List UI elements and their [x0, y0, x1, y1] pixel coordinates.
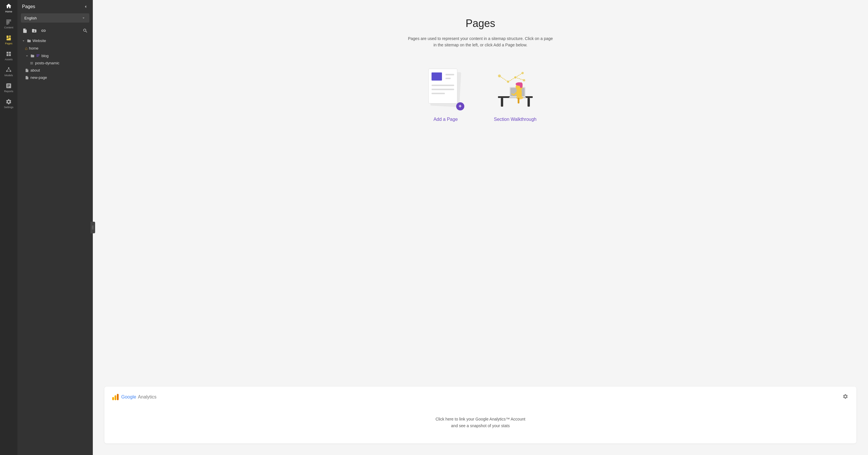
- new-page-button[interactable]: [21, 27, 29, 35]
- ga-logo-icon: [111, 393, 120, 401]
- analytics-body: Click here to link your Google Analytics…: [111, 410, 849, 437]
- svg-point-12: [92, 227, 93, 228]
- page-doc: +: [428, 69, 463, 109]
- doc-line: [445, 74, 454, 75]
- doc-line: [432, 89, 454, 90]
- folder-icon: [27, 39, 31, 43]
- add-page-label: Add a Page: [434, 117, 458, 122]
- tree-item-label: new-page: [30, 75, 47, 80]
- doc-line: [445, 78, 451, 79]
- chevron-down-icon: [81, 15, 86, 20]
- collapse-handle[interactable]: [91, 222, 95, 233]
- page-icon: [25, 68, 29, 72]
- sidebar-item-reports[interactable]: Reports: [0, 80, 18, 96]
- doc-line: [432, 85, 454, 86]
- folder-icon: [30, 54, 34, 58]
- pages-description: Pages are used to represent your content…: [408, 35, 553, 48]
- svg-rect-23: [518, 98, 519, 103]
- sidebar-item-models[interactable]: Models: [0, 64, 18, 80]
- page-title: Pages: [465, 18, 495, 30]
- svg-line-33: [515, 77, 524, 80]
- svg-line-30: [499, 76, 508, 82]
- list-icon: [30, 61, 34, 65]
- sidebar-item-assets[interactable]: Assets: [0, 48, 18, 64]
- tree-item-home[interactable]: ⌂ home: [20, 44, 91, 52]
- svg-point-13: [93, 227, 93, 228]
- tree-item-posts-dynamic[interactable]: posts-dynamic: [20, 59, 91, 67]
- add-page-card[interactable]: + Add a Page: [423, 66, 469, 122]
- tree-item-about[interactable]: about: [20, 67, 91, 74]
- svg-line-32: [515, 73, 523, 77]
- add-plus-icon: +: [456, 102, 464, 110]
- sidebar-item-settings[interactable]: Settings: [0, 96, 18, 111]
- new-folder-icon: [32, 28, 37, 33]
- svg-point-15: [93, 229, 93, 229]
- analytics-settings-button[interactable]: [841, 392, 849, 401]
- google-text: Google: [121, 394, 136, 400]
- svg-rect-0: [7, 36, 8, 38]
- sidebar-item-home[interactable]: Home: [0, 0, 18, 16]
- walkthrough-illustration: [492, 66, 538, 112]
- language-label: English: [24, 16, 37, 20]
- svg-point-27: [520, 82, 523, 88]
- link-icon: [41, 28, 46, 33]
- analytics-section[interactable]: Google Analytics Click here to link your…: [104, 387, 857, 444]
- doc-line: [432, 93, 445, 94]
- sidebar-toolbar: [18, 26, 93, 37]
- home-icon: [5, 3, 12, 9]
- svg-line-8: [9, 69, 10, 70]
- new-folder-button[interactable]: [30, 27, 38, 35]
- tree-item-label: blog: [41, 54, 49, 58]
- svg-rect-17: [501, 98, 503, 107]
- content-icon: [5, 19, 12, 25]
- language-dropdown[interactable]: English: [21, 13, 89, 23]
- tree-item-label: about: [30, 68, 40, 72]
- svg-point-10: [92, 226, 93, 226]
- collapse-icon[interactable]: [83, 4, 88, 9]
- svg-rect-18: [528, 98, 530, 107]
- models-icon: [5, 67, 12, 73]
- page-doc-front: [428, 69, 457, 103]
- section-walkthrough-card[interactable]: Section Walkthrough: [492, 66, 538, 122]
- tree-item-label: home: [29, 46, 38, 51]
- panel-sidebar: Pages English: [18, 0, 93, 455]
- svg-rect-1: [9, 36, 11, 37]
- settings-icon: [5, 99, 12, 105]
- svg-rect-24: [517, 90, 522, 97]
- analytics-line1: Click here to link your Google Analytics…: [111, 416, 849, 422]
- analytics-text: Analytics: [138, 394, 157, 400]
- svg-point-11: [93, 226, 93, 226]
- assets-icon: [5, 51, 12, 57]
- sidebar-item-pages[interactable]: Pages: [0, 32, 18, 48]
- svg-rect-41: [117, 394, 119, 400]
- svg-point-14: [92, 229, 93, 229]
- sidebar-item-content[interactable]: Content: [0, 16, 18, 32]
- expand-icon: [25, 54, 29, 58]
- svg-point-38: [523, 79, 525, 82]
- svg-point-34: [498, 74, 501, 77]
- tree-item-blog[interactable]: blog: [20, 52, 91, 59]
- reports-icon: [5, 83, 12, 89]
- new-page-icon: [22, 28, 28, 33]
- search-icon: [83, 28, 88, 33]
- svg-line-7: [7, 69, 9, 70]
- page-icon: [25, 76, 29, 80]
- svg-rect-40: [115, 395, 116, 400]
- expand-icon: [22, 39, 26, 43]
- svg-point-36: [514, 76, 517, 78]
- tree-item-new-page[interactable]: new-page: [20, 74, 91, 81]
- blog-page-icon: [36, 54, 40, 58]
- analytics-logo: Google Analytics: [111, 393, 157, 401]
- page-tree: Website ⌂ home blog posts-dynamic about …: [18, 37, 93, 455]
- blue-rect: [432, 72, 442, 80]
- tree-item-website[interactable]: Website: [20, 37, 91, 44]
- svg-rect-3: [7, 38, 11, 40]
- walkthrough-svg: [492, 67, 538, 111]
- search-button[interactable]: [81, 27, 89, 35]
- svg-point-4: [8, 67, 9, 69]
- drag-handle-icon: [91, 225, 94, 230]
- svg-point-37: [521, 72, 524, 74]
- add-link-button[interactable]: [39, 27, 48, 35]
- section-walkthrough-label: Section Walkthrough: [494, 117, 536, 122]
- svg-rect-39: [112, 397, 114, 400]
